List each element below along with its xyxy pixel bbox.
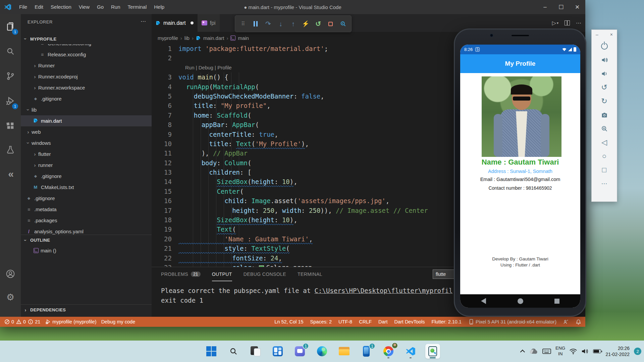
status-item-crlf[interactable]: CRLF bbox=[359, 319, 372, 324]
settings-gear-icon[interactable]: ⚙ bbox=[0, 288, 21, 307]
drag-grip-icon[interactable]: ⠿ bbox=[238, 18, 248, 29]
taskbar-search-icon[interactable] bbox=[226, 344, 241, 359]
run-or-debug-button[interactable]: ▷▾ bbox=[552, 20, 558, 26]
search-icon[interactable] bbox=[0, 42, 21, 61]
task-status[interactable]: Debug my code bbox=[101, 319, 136, 324]
taskbar-vscode-icon[interactable] bbox=[403, 344, 418, 359]
tree-item-windows[interactable]: ›windows bbox=[21, 137, 152, 148]
problems-status[interactable]: 0 0 21 bbox=[4, 319, 40, 325]
menu-run[interactable]: Run bbox=[107, 0, 124, 14]
touch-keyboard-icon[interactable] bbox=[542, 348, 551, 354]
volume-up-button[interactable] bbox=[598, 53, 611, 67]
edge-icon[interactable] bbox=[315, 344, 329, 359]
run-debug-icon[interactable]: 1 bbox=[0, 91, 21, 111]
task-view-icon[interactable] bbox=[248, 344, 263, 359]
menu-selection[interactable]: Selection bbox=[47, 0, 75, 14]
tree-item-runner-xcworkspace[interactable]: ›Runner.xcworkspace bbox=[21, 82, 152, 93]
phone-link-icon[interactable]: 1 bbox=[359, 344, 374, 359]
rotate-right-button[interactable]: ↻ bbox=[598, 94, 611, 108]
extensions-icon[interactable] bbox=[0, 116, 21, 135]
start-button[interactable] bbox=[204, 344, 219, 359]
tab-output[interactable]: OUTPUT bbox=[212, 267, 232, 281]
notifications-bell-icon[interactable] bbox=[576, 319, 581, 325]
menu-edit[interactable]: Edit bbox=[31, 0, 47, 14]
tree-item-web[interactable]: ›web bbox=[21, 126, 152, 137]
menu-help[interactable]: Help bbox=[150, 0, 168, 14]
menu-file[interactable]: File bbox=[15, 0, 31, 14]
tray-battery-icon[interactable] bbox=[593, 349, 601, 353]
status-item-utf-8[interactable]: UTF-8 bbox=[338, 319, 352, 324]
outline-item-main[interactable]: main () bbox=[21, 245, 152, 256]
chrome-icon[interactable] bbox=[381, 344, 396, 359]
output-file-link[interactable]: C:\Users\HP\Desktop\flutter\myprofil bbox=[315, 287, 453, 294]
outline-section-header[interactable]: › OUTLINE bbox=[21, 235, 152, 245]
tree-item--gitignore[interactable]: ◆.gitignore bbox=[21, 93, 152, 104]
hot-reload-button[interactable]: ⚡ bbox=[301, 18, 311, 29]
source-control-icon[interactable] bbox=[0, 66, 21, 86]
language-indicator[interactable]: ENGIN bbox=[555, 346, 565, 357]
close-button[interactable]: ✕ bbox=[569, 0, 585, 14]
emu-more-button[interactable]: ⋯ bbox=[598, 177, 611, 190]
tree-item-runner[interactable]: ›runner bbox=[21, 160, 152, 171]
tree-item-main-dart[interactable]: main.dart bbox=[21, 115, 152, 126]
breadcrumb-symbol[interactable]: main bbox=[238, 35, 249, 41]
emu-home-button[interactable]: ○ bbox=[598, 149, 611, 163]
tab-image-file[interactable]: fpi bbox=[198, 14, 220, 32]
tree-item-runner-xcodeproj[interactable]: ›Runner.xcodeproj bbox=[21, 71, 152, 82]
clock[interactable]: 20:2621-02-2022 bbox=[605, 345, 630, 357]
menu-view[interactable]: View bbox=[75, 0, 93, 14]
split-editor-icon[interactable] bbox=[565, 20, 570, 25]
codelens[interactable]: Run | Debug | Profile bbox=[152, 63, 232, 72]
zoom-button[interactable] bbox=[598, 122, 611, 135]
project-section-header[interactable]: › MYPROFILE bbox=[21, 34, 152, 44]
tab-terminal[interactable]: TERMINAL bbox=[298, 267, 322, 281]
tree-item-flutter[interactable]: ›flutter bbox=[21, 148, 152, 160]
tab-debug-console[interactable]: DEBUG CONSOLE bbox=[244, 267, 286, 281]
stop-button[interactable] bbox=[325, 18, 336, 29]
step-into-button[interactable]: ↓ bbox=[275, 18, 286, 29]
screenshot-camera-button[interactable] bbox=[598, 108, 611, 122]
tree-item--metadata[interactable]: ≡.metadata bbox=[21, 204, 152, 215]
android-back-button[interactable] bbox=[481, 298, 486, 304]
debug-session-status[interactable]: myprofile (myprofile) bbox=[45, 319, 96, 325]
feedback-icon[interactable] bbox=[563, 319, 569, 325]
file-explorer-icon[interactable] bbox=[337, 344, 352, 359]
status-item-flutter[interactable]: Flutter: 2.10.1 bbox=[432, 319, 462, 324]
tray-wifi-icon[interactable] bbox=[570, 349, 577, 354]
breadcrumb-file[interactable]: main.dart bbox=[203, 35, 224, 41]
breadcrumb-project[interactable]: myprofile bbox=[158, 35, 178, 41]
power-button[interactable] bbox=[598, 39, 611, 53]
teams-chat-icon[interactable]: 1 bbox=[292, 344, 307, 359]
tree-item--packages[interactable]: ≡.packages bbox=[21, 215, 152, 226]
status-item-dart[interactable]: Dart bbox=[378, 319, 387, 324]
emulator-taskbar-icon[interactable] bbox=[425, 344, 440, 359]
menu-go[interactable]: Go bbox=[93, 0, 107, 14]
tray-chevron-icon[interactable] bbox=[520, 350, 525, 354]
more-actions-icon[interactable]: ⋯ bbox=[576, 20, 581, 26]
tree-item--gitignore[interactable]: ◆.gitignore bbox=[21, 171, 152, 182]
tab-main-dart[interactable]: main.dart bbox=[152, 14, 198, 32]
status-item-ln[interactable]: Ln 52, Col 15 bbox=[274, 319, 303, 324]
tree-item-cmakelists-txt[interactable]: MCMakeLists.txt bbox=[21, 182, 152, 193]
pause-button[interactable] bbox=[250, 18, 261, 29]
emulator-screen[interactable]: 8:26 S My Profile Name : Gautam Tiwari A… bbox=[460, 45, 580, 308]
dirty-indicator-icon[interactable] bbox=[191, 21, 194, 24]
android-recents-button[interactable] bbox=[554, 299, 559, 304]
tab-problems[interactable]: PROBLEMS 21 bbox=[161, 267, 201, 281]
emulator-close-button[interactable]: × bbox=[610, 32, 613, 39]
restart-button[interactable]: ↺ bbox=[313, 18, 323, 29]
emulator-minimize-button[interactable]: – bbox=[596, 32, 598, 39]
tree-item-runner[interactable]: ›Runner bbox=[21, 60, 152, 71]
explorer-activity-icon[interactable]: 1 bbox=[0, 17, 21, 36]
widget-inspector-button[interactable] bbox=[338, 18, 348, 29]
dependencies-section-header[interactable]: › DEPENDENCIES bbox=[21, 304, 152, 315]
notification-badge[interactable]: 2 bbox=[634, 348, 641, 355]
step-over-button[interactable]: ↷ bbox=[263, 18, 273, 29]
tree-item--gitignore[interactable]: ◆.gitignore bbox=[21, 193, 152, 204]
emu-overview-button[interactable]: □ bbox=[598, 163, 611, 177]
tray-speaker-icon[interactable] bbox=[581, 348, 589, 354]
step-out-button[interactable]: ↑ bbox=[288, 18, 298, 29]
tree-item-lib[interactable]: ›lib bbox=[21, 104, 152, 115]
widgets-icon[interactable] bbox=[270, 344, 285, 359]
minimize-button[interactable]: – bbox=[537, 0, 553, 14]
